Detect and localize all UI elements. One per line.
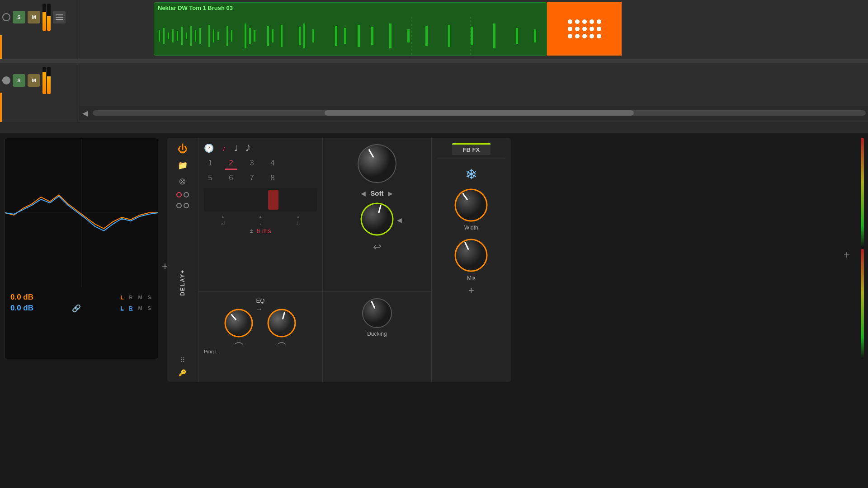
svg-rect-32 [389, 23, 392, 48]
svg-rect-26 [303, 23, 305, 48]
snowflake-icon[interactable]: ❄ [437, 166, 505, 183]
soft-prev-btn[interactable]: ◀ [361, 190, 366, 197]
fbfx-title: FB FX [452, 143, 491, 155]
offset-pm: ± [250, 227, 253, 234]
plugin-dots-icon[interactable]: ⠿ [180, 357, 185, 364]
step-4[interactable]: 4 [266, 159, 279, 170]
s-btn-orange[interactable]: S [146, 294, 152, 300]
step-3[interactable]: 3 [245, 159, 258, 170]
mix-knob[interactable] [453, 238, 489, 273]
svg-rect-28 [335, 26, 337, 46]
ducking-knob[interactable] [361, 297, 393, 329]
svg-rect-22 [267, 26, 269, 46]
right-meter-bar-1 [861, 138, 864, 248]
sub-note-3: ♩. [296, 220, 300, 226]
main-knob[interactable] [357, 143, 397, 184]
step-2[interactable]: 2 [225, 159, 237, 170]
svg-rect-30 [358, 25, 360, 47]
note-icon-1[interactable]: ♪ [222, 144, 226, 153]
track2-controls: S M [0, 63, 79, 122]
l-btn-orange[interactable]: L [119, 294, 125, 300]
sub-note-row: ₃♩ ♩ ♩. [204, 220, 317, 226]
ducking-arrow: → [255, 305, 263, 313]
track1-menu-icon[interactable] [53, 11, 66, 23]
lrms-row-orange: L R M S [119, 294, 152, 300]
track-row-1: S M Nektar DW Tom 1 Brush 03 [0, 0, 868, 59]
note-icon-2[interactable]: ♩ [234, 143, 238, 153]
m-btn-blue[interactable]: M [137, 305, 143, 311]
delay-right-col: ◀ Soft ▶ ◀ ↩ [323, 138, 432, 382]
plugin-link-icon[interactable]: ⊗ [179, 176, 186, 187]
svg-rect-0 [56, 14, 63, 15]
eq-knob-2-wrap [267, 309, 297, 345]
step-6[interactable]: 6 [225, 174, 237, 183]
analyzer-section: 0.0 dB L R M S 0.0 dB 🔗 L R M S [5, 138, 158, 359]
track1-solo[interactable]: S [13, 11, 25, 23]
scroll-thumb[interactable] [325, 110, 634, 116]
plugin-power-icon[interactable]: ⏻ [178, 143, 188, 155]
plugin-circles2-icon[interactable] [176, 203, 189, 208]
l-btn-blue[interactable]: L [119, 305, 125, 311]
clock-icon[interactable]: 🕐 [204, 143, 214, 153]
plugin-folder-icon[interactable]: 📁 [178, 160, 188, 170]
scrollbar-area: ◀ [79, 106, 868, 120]
width-knob[interactable] [453, 188, 489, 223]
svg-rect-18 [231, 30, 232, 42]
svg-rect-9 [181, 27, 183, 45]
add-right-button[interactable]: + [844, 249, 850, 261]
track2-mute[interactable]: M [28, 74, 40, 87]
sub-note-2: ♩ [259, 220, 262, 226]
svg-rect-23 [272, 29, 274, 42]
scroll-track[interactable] [93, 110, 866, 116]
timeline-bar[interactable] [204, 188, 317, 211]
analyzer-info: 0.0 dB L R M S 0.0 dB 🔗 L R M S [5, 289, 158, 318]
waveform-svg [154, 17, 547, 55]
logo-dots [563, 15, 606, 43]
svg-rect-6 [168, 33, 169, 39]
ducking-section: Ducking → [323, 291, 431, 382]
right-meter-strip [859, 138, 866, 359]
plugin-circles-icon[interactable] [176, 192, 189, 197]
svg-rect-21 [254, 30, 255, 42]
svg-rect-15 [213, 29, 214, 42]
right-meter-bar-2 [861, 249, 864, 359]
track2-record[interactable] [2, 76, 10, 84]
ping-label: Ping L [204, 349, 218, 354]
ducking-label: Ducking [367, 331, 387, 337]
step-8[interactable]: 8 [266, 174, 279, 183]
eq-knob-1[interactable] [224, 309, 254, 338]
scroll-left-arrow[interactable]: ◀ [79, 108, 90, 119]
svg-rect-19 [245, 23, 246, 48]
second-knob[interactable] [359, 202, 395, 237]
chain-icon[interactable]: 🔗 [72, 304, 81, 313]
step-1[interactable]: 1 [204, 159, 217, 170]
svg-rect-29 [344, 28, 346, 44]
knob2-arrow[interactable]: ◀ [397, 216, 402, 224]
s-btn-blue[interactable]: S [146, 305, 152, 311]
analyzer-plot [5, 138, 158, 287]
step-5[interactable]: 5 [204, 174, 217, 183]
fbfx-plus-btn[interactable]: + [437, 285, 505, 296]
db-row-orange: 0.0 dB L R M S [10, 293, 152, 302]
tl-arrow-3: ▲ [296, 214, 300, 219]
svg-rect-34 [425, 26, 428, 46]
r-btn-blue-underline[interactable]: R [128, 305, 134, 311]
svg-rect-31 [371, 27, 373, 45]
svg-point-47 [268, 310, 295, 337]
soft-next-btn[interactable]: ▶ [388, 190, 393, 197]
step-7[interactable]: 7 [245, 174, 258, 183]
sub-note-1: ₃♩ [221, 220, 225, 226]
track2-solo[interactable]: S [13, 74, 25, 87]
plugin-key-icon[interactable]: 🔑 [179, 369, 186, 376]
width-wrap: Width [437, 188, 505, 231]
eq-knob-2[interactable] [267, 309, 297, 338]
main-knob-wrap [328, 143, 426, 184]
track1-record[interactable] [2, 13, 10, 21]
m-btn-orange[interactable]: M [137, 294, 143, 300]
track2-orange-bar [0, 93, 2, 122]
mix-label: Mix [467, 275, 476, 281]
r-btn-orange[interactable]: R [128, 294, 134, 300]
svg-rect-35 [448, 25, 450, 47]
loop-icon[interactable]: ↩ [373, 241, 381, 253]
track1-mute[interactable]: M [28, 11, 40, 23]
